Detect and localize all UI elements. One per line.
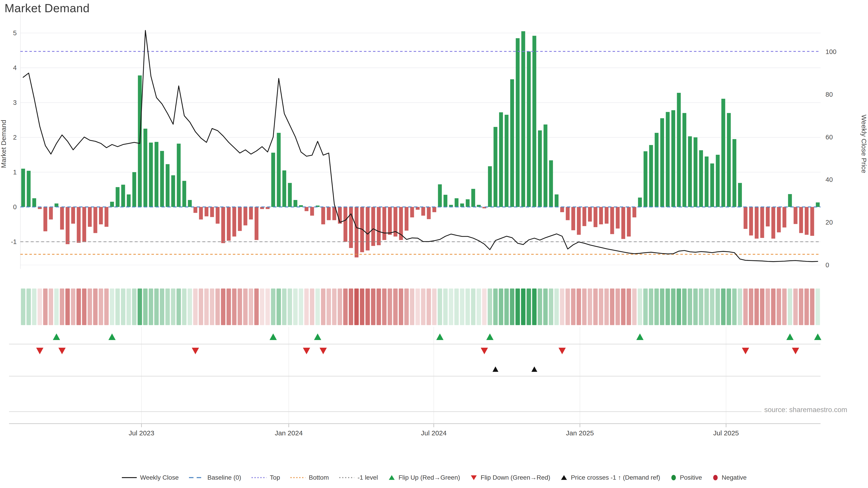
- heatmap-cell: [37, 289, 42, 325]
- demand-bar: [616, 207, 620, 228]
- demand-bar: [110, 202, 114, 207]
- demand-bar: [66, 207, 69, 244]
- demand-bar: [594, 207, 597, 227]
- heatmap-cell: [299, 289, 303, 325]
- market-demand-chart: 543210-1100806040200Jul 2023Jan 2024Jul …: [0, 0, 868, 454]
- demand-bar: [627, 207, 631, 236]
- heatmap-cell: [810, 289, 814, 325]
- heatmap-cell: [743, 289, 748, 325]
- heatmap-cell: [138, 289, 142, 325]
- heatmap-cell: [538, 289, 542, 325]
- x-axis-tick: Jan 2025: [566, 429, 594, 437]
- heatmap-cell: [221, 289, 225, 325]
- heatmap-cell: [143, 289, 148, 325]
- heatmap-cell: [454, 289, 459, 325]
- demand-bar: [604, 207, 609, 224]
- flip-down-marker: [742, 348, 749, 354]
- demand-bar: [705, 157, 709, 207]
- heatmap-cell: [132, 289, 136, 325]
- heatmap-cell: [177, 289, 181, 325]
- heatmap-cell: [754, 289, 759, 325]
- heatmap-cell: [715, 289, 720, 325]
- heatmap-cell: [293, 289, 298, 325]
- demand-bar: [88, 207, 92, 227]
- demand-bar: [199, 207, 203, 219]
- legend-label: Flip Up (Red→Green): [399, 474, 460, 481]
- legend-label: Baseline (0): [207, 474, 241, 481]
- heatmap-cell: [210, 289, 214, 325]
- demand-bar: [799, 207, 803, 233]
- demand-bar: [238, 207, 242, 231]
- demand-bar: [505, 115, 508, 207]
- flip-up-marker: [270, 333, 277, 340]
- heatmap-cell: [110, 289, 114, 325]
- demand-bar: [733, 139, 736, 207]
- heatmap-cell: [338, 289, 342, 325]
- heatmap-cell: [665, 289, 670, 325]
- demand-bar: [254, 207, 258, 240]
- heatmap-cell: [427, 289, 431, 325]
- heatmap-cell: [160, 289, 164, 325]
- demand-bar: [560, 207, 564, 212]
- heatmap-cell: [249, 289, 253, 325]
- heatmap-cell: [621, 289, 626, 325]
- heatmap-cell: [282, 289, 287, 325]
- heatmap-cell: [443, 289, 448, 325]
- heatmap-cell: [288, 289, 292, 325]
- demand-bar: [755, 207, 758, 238]
- demand-bar: [671, 110, 675, 207]
- heatmap-cell: [760, 289, 765, 325]
- demand-bar: [655, 133, 658, 207]
- heatmap-cell: [677, 289, 681, 325]
- heatmap-cell: [354, 289, 359, 325]
- heatmap-cell: [321, 289, 326, 325]
- demand-bar: [443, 195, 447, 207]
- heatmap-cell: [688, 289, 692, 325]
- right-axis-tick: 20: [826, 219, 833, 226]
- demand-bar: [377, 207, 381, 245]
- heatmap-cell: [749, 289, 753, 325]
- demand-bar: [677, 93, 681, 207]
- demand-bar: [210, 207, 214, 217]
- demand-bar: [32, 198, 36, 207]
- heatmap-cell: [721, 289, 725, 325]
- demand-bar: [177, 144, 181, 207]
- heatmap-cell: [671, 289, 676, 325]
- heatmap-cell: [732, 289, 737, 325]
- left-axis-tick: 4: [13, 64, 17, 71]
- demand-bar: [310, 207, 314, 216]
- heatmap-cell: [310, 289, 314, 325]
- demand-bar: [327, 207, 331, 220]
- heatmap-cell: [199, 289, 203, 325]
- heatmap-cell: [643, 289, 648, 325]
- legend-label: -1 level: [358, 474, 378, 481]
- heatmap-cell: [771, 289, 776, 325]
- demand-bar: [93, 207, 97, 233]
- demand-bar: [216, 207, 219, 224]
- heatmap-cell: [616, 289, 620, 325]
- demand-bar: [599, 207, 603, 224]
- legend-label: Price crosses -1 ↑ (Demand ref): [571, 474, 660, 481]
- flip-down-marker: [36, 348, 43, 354]
- flip-up-marker: [108, 333, 116, 340]
- demand-bar: [710, 164, 714, 207]
- heatmap-cell: [215, 289, 220, 325]
- heatmap-cell: [343, 289, 348, 325]
- heatmap-cell: [593, 289, 598, 325]
- demand-bar: [99, 207, 103, 224]
- heatmap-cell: [304, 289, 309, 325]
- demand-bar: [538, 130, 542, 207]
- demand-bar: [649, 145, 653, 207]
- demand-bar: [60, 207, 64, 230]
- heatmap-cell: [377, 289, 381, 325]
- heatmap-cell: [226, 289, 231, 325]
- flip-up-marker: [486, 333, 493, 340]
- demand-bar: [249, 207, 253, 219]
- demand-bar: [493, 127, 497, 207]
- heatmap-cell: [604, 289, 609, 325]
- demand-bar: [49, 207, 53, 219]
- heatmap-cell: [766, 289, 770, 325]
- demand-bar: [666, 112, 670, 207]
- legend-item: Flip Up (Red→Green): [388, 474, 460, 481]
- heatmap-cell: [599, 289, 603, 325]
